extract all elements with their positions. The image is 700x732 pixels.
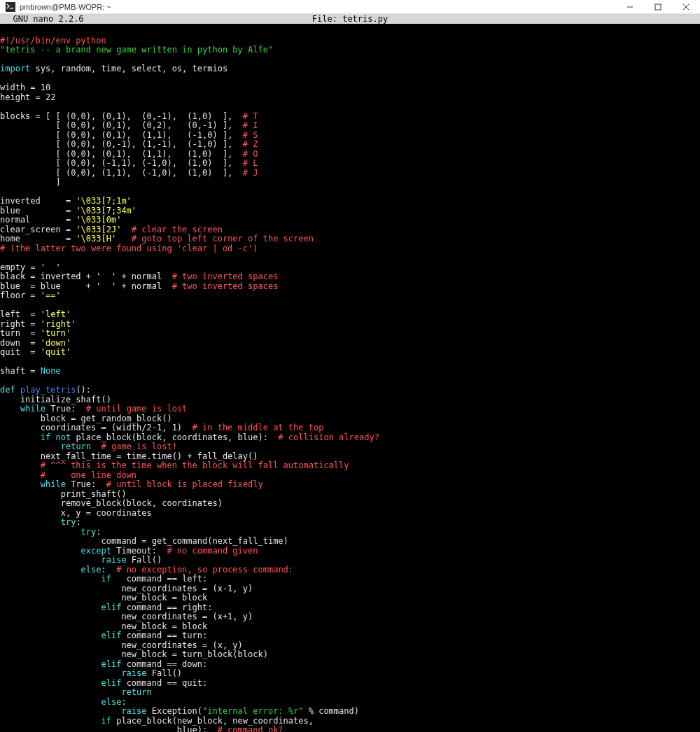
code-line: home = '\033[H' # goto top left corner o… bbox=[0, 234, 700, 244]
code-line bbox=[0, 102, 700, 112]
code-line: # (the latter two were found using 'clea… bbox=[0, 244, 700, 254]
code-line: [ (0,0), (0,1), (1,1), (-1,0) ], # S bbox=[0, 131, 700, 141]
editor-area[interactable]: #!/usr/bin/env python"tetris -- a brand … bbox=[0, 24, 700, 722]
code-line: if command == left: bbox=[0, 575, 700, 584]
code-line: ] bbox=[0, 178, 700, 188]
code-line: x, y = coordinates bbox=[0, 509, 700, 519]
code-line: try: bbox=[0, 528, 700, 537]
code-line: normal = '\033[0m' bbox=[0, 216, 700, 225]
code-line: width = 10 bbox=[0, 83, 700, 93]
code-line: height = 22 bbox=[0, 93, 700, 103]
svg-rect-0 bbox=[6, 2, 15, 12]
code-line: # ^^^ this is the time when the block wi… bbox=[0, 461, 700, 471]
code-line: right = 'right' bbox=[0, 320, 700, 330]
code-line: blocks = [ [ (0,0), (0,1), (0,-1), (1,0)… bbox=[0, 112, 700, 122]
code-line: [ (0,0), (0,-1), (1,-1), (-1,0) ], # Z bbox=[0, 140, 700, 150]
code-line: empty = ' ' bbox=[0, 263, 700, 273]
filename: tetris.py bbox=[342, 14, 388, 24]
window-titlebar: pmbrown@PMB-WOPR: ~ bbox=[0, 0, 700, 14]
code-line: import sys, random, time, select, os, te… bbox=[0, 64, 700, 74]
code-line: next_fall_time = time.time() + fall_dela… bbox=[0, 452, 700, 462]
code-line: block = get_random_block() bbox=[0, 414, 700, 424]
code-line bbox=[0, 253, 700, 263]
nano-version: GNU nano 2.2.6 bbox=[0, 14, 84, 24]
code-line bbox=[0, 27, 700, 36]
code-line: inverted = '\033[7;1m' bbox=[0, 197, 700, 206]
code-line bbox=[0, 55, 700, 65]
code-line: while True: # until game is lost bbox=[0, 404, 700, 414]
minimize-button[interactable] bbox=[616, 0, 644, 14]
code-line bbox=[0, 376, 700, 386]
code-line: new_coordinates = (x, y) bbox=[0, 641, 700, 651]
code-line: clear_screen = '\033[2J' # clear the scr… bbox=[0, 225, 700, 235]
window-controls bbox=[616, 0, 700, 14]
code-line: blue = '\033[7;34m' bbox=[0, 206, 700, 216]
code-line: down = 'down' bbox=[0, 339, 700, 349]
code-line: new_block = turn_block(block) bbox=[0, 650, 700, 660]
code-line: "tetris -- a brand new game written in p… bbox=[0, 45, 700, 55]
code-line bbox=[0, 188, 700, 197]
code-line: if not place_block(block, coordinates, b… bbox=[0, 433, 700, 443]
terminal-icon bbox=[6, 2, 15, 12]
window-title: pmbrown@PMB-WOPR: ~ bbox=[20, 3, 111, 11]
code-line: except Timeout: # no command given bbox=[0, 547, 700, 556]
code-line: new_coordinates = (x-1, y) bbox=[0, 584, 700, 594]
code-line: return # game is lost! bbox=[0, 442, 700, 452]
code-line bbox=[0, 74, 700, 84]
code-line: def play_tetris(): bbox=[0, 386, 700, 395]
code-line: turn = 'turn' bbox=[0, 329, 700, 339]
svg-rect-3 bbox=[655, 4, 661, 10]
code-line: left = 'left' bbox=[0, 310, 700, 320]
code-line: [ (0,0), (-1,1), (-1,0), (1,0) ], # L bbox=[0, 159, 700, 169]
code-line: [ (0,0), (0,1), (1,1), (1,0) ], # O bbox=[0, 150, 700, 160]
code-line bbox=[0, 301, 700, 311]
code-line bbox=[0, 358, 700, 367]
code-line: return bbox=[0, 688, 700, 698]
code-line: elif command == turn: bbox=[0, 631, 700, 641]
code-line: else: bbox=[0, 698, 700, 708]
file-label: File: bbox=[312, 14, 342, 24]
code-line: while True: # until block is placed fixe… bbox=[0, 480, 700, 490]
code-line: [ (0,0), (0,1), (0,2), (0,-1) ], # I bbox=[0, 121, 700, 131]
nano-header: GNU nano 2.2.6 File: tetris.py bbox=[0, 14, 700, 24]
code-line: floor = '==' bbox=[0, 291, 700, 301]
code-line: new_coordinates = (x+1, y) bbox=[0, 612, 700, 622]
code-line: new_block = block bbox=[0, 593, 700, 603]
code-line: # one line down bbox=[0, 471, 700, 481]
code-line: elif command == right: bbox=[0, 603, 700, 613]
code-line: black = inverted + ' ' + normal # two in… bbox=[0, 272, 700, 282]
maximize-button[interactable] bbox=[644, 0, 672, 14]
code-line: try: bbox=[0, 518, 700, 528]
code-line: #!/usr/bin/env python bbox=[0, 36, 700, 46]
code-line: elif command == down: bbox=[0, 660, 700, 670]
code-line: coordinates = (width/2-1, 1) # in the mi… bbox=[0, 423, 700, 433]
code-line: raise Fall() bbox=[0, 669, 700, 679]
code-line: quit = 'quit' bbox=[0, 348, 700, 358]
code-line: print_shaft() bbox=[0, 490, 700, 500]
nano-file: File: tetris.py bbox=[0, 14, 700, 24]
code-line: blue = blue + ' ' + normal # two inverte… bbox=[0, 282, 700, 292]
close-button[interactable] bbox=[672, 0, 700, 14]
code-line: [ (0,0), (1,1), (-1,0), (1,0) ], # J bbox=[0, 169, 700, 178]
code-line: remove_block(block, coordinates) bbox=[0, 499, 700, 509]
code-line: new_block = block bbox=[0, 622, 700, 632]
code-line: raise Fall() bbox=[0, 556, 700, 565]
code-line: initialize_shaft() bbox=[0, 395, 700, 405]
code-line: else: # no exception, so process command… bbox=[0, 565, 700, 575]
code-line: elif command == quit: bbox=[0, 679, 700, 689]
code-line: command = get_command(next_fall_time) bbox=[0, 537, 700, 547]
code-line: shaft = None bbox=[0, 367, 700, 376]
code-line: raise Exception("internal error: %r" % c… bbox=[0, 707, 700, 717]
